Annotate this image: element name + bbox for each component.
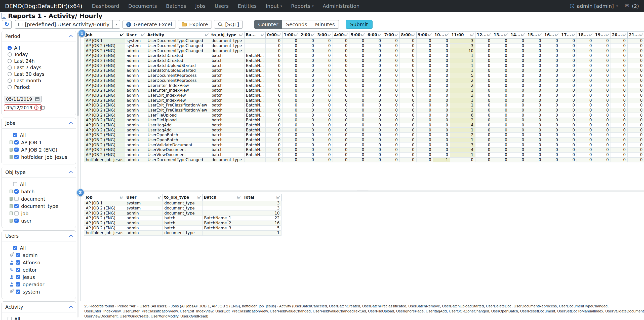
date-from-input[interactable]: 05/11/2019 [4,96,42,102]
checkbox-checked[interactable] [14,155,19,159]
filter-icon[interactable]: ◣ [639,33,643,37]
col-header-user[interactable]: User◣ [125,32,146,39]
checkbox-checked[interactable] [13,246,17,250]
filter-icon[interactable]: ◣ [277,33,281,37]
panel-header-obj-type[interactable]: Obj type [2,167,76,177]
users-all[interactable]: All [2,244,76,252]
submit-button[interactable]: Submit [346,20,373,29]
filter-icon[interactable]: ◣ [538,33,542,37]
report-select-value[interactable]: [predefined]::User Activity/Hourly [15,20,113,29]
obj_type-item-document[interactable]: document [2,195,76,202]
users-item-admin[interactable]: ⚙⚙admin [2,252,76,259]
filter-icon[interactable]: ◣ [445,33,449,37]
radio-unselected[interactable] [8,52,12,57]
col-header-hour-12[interactable]: 12...◣ [475,32,492,39]
col-header-hour-3-00[interactable]: 3:00◣ [316,32,333,39]
mode-seconds[interactable]: Seconds [282,20,311,29]
sidebar-scrollbar-thumb[interactable] [77,33,79,116]
col-header-hour-19[interactable]: 19...◣ [594,32,611,39]
checkbox-checked[interactable] [16,290,20,294]
chevron-up-icon[interactable] [69,171,73,174]
users-item-editor[interactable]: ✎editor [2,266,76,273]
filter-icon[interactable]: ◣ [237,196,241,199]
filter-icon[interactable]: ◣ [428,33,432,37]
filter-icon[interactable]: ◣ [239,33,243,37]
col-header-hour-21[interactable]: 21...◣ [628,32,644,39]
filter-icon[interactable]: ◣ [344,33,348,37]
mail-count[interactable]: (2) [632,3,639,9]
checkbox-checked[interactable] [13,133,17,137]
panel-header-users[interactable]: Users [2,231,76,241]
col-header-hour-10[interactable]: 10...◣ [433,32,450,39]
users-item-operador[interactable]: operador [2,281,76,288]
checkbox-unchecked[interactable] [13,182,17,186]
sort-filter-icon[interactable]: ◣ [120,33,124,37]
col-header-total[interactable]: Total◣ [242,194,281,201]
filter-icon[interactable]: ◣ [606,33,609,37]
filter-icon[interactable]: ◣ [197,196,201,199]
users-item-jesus[interactable]: jesus [2,273,76,281]
filter-icon[interactable]: ◣ [276,196,280,199]
calendar-icon[interactable] [40,106,45,110]
calendar-icon[interactable] [35,97,39,101]
user-menu[interactable]: admin [admin] [577,3,614,9]
nav-item-batches[interactable]: Batches [166,3,186,9]
col-header-hour-15[interactable]: 15...◣ [526,32,543,39]
col-header-hour-17[interactable]: 17...◣ [560,32,577,39]
col-header-hour-8-00[interactable]: 8:00◣ [399,32,416,39]
filter-icon[interactable]: ◣ [361,33,365,37]
col-header-user[interactable]: User◣ [125,194,163,201]
nav-item-administration[interactable]: Administration [323,3,359,9]
activity-all[interactable]: All [2,315,76,320]
obj_type-item-batch[interactable]: batch [2,188,76,195]
mode-counter[interactable]: Counter [254,20,282,29]
col-header-job[interactable]: Job◣ [84,32,125,39]
radio-unselected[interactable] [8,72,12,76]
checkbox-checked[interactable] [14,148,19,152]
filter-icon[interactable]: ◣ [141,33,145,37]
filter-icon[interactable]: ◣ [120,196,124,199]
mail-icon[interactable]: ✉ [625,3,629,9]
col-header-hour-4-00[interactable]: 4:00◣ [333,32,349,39]
filter-icon[interactable]: ◣ [504,33,508,37]
period-option-all[interactable]: All [2,45,76,51]
filter-icon[interactable]: ◣ [572,33,575,37]
generate-excel-button[interactable]: ↓ Generate Excel [123,20,176,29]
col-header-to-obj-type[interactable]: to_obj_type◣ [210,32,245,39]
nav-item-users[interactable]: Users [215,3,229,9]
checkbox-checked[interactable] [14,204,19,208]
sql-button[interactable]: [SQL] [214,20,243,29]
chevron-down-icon[interactable]: ▾ [616,4,618,8]
col-header-hour-20[interactable]: 20...◣ [611,32,627,39]
users-item-alfonso[interactable]: Alfonso [2,259,76,266]
period-option-last-7-days[interactable]: Last 7 days [2,64,76,71]
obj_type-item-user[interactable]: user [2,217,76,224]
grid-splitter[interactable] [81,190,644,192]
panel-header-jobs[interactable]: Jobs [2,118,76,128]
explore-button[interactable]: Explore [178,20,212,29]
jobs-item-ap-job-1[interactable]: AP JOB 1 [2,139,76,146]
checkbox-checked[interactable] [16,260,20,265]
col-header-hour-14[interactable]: 14...◣ [509,32,526,39]
date-to-input[interactable]: 05/12/2019 ! [4,104,42,111]
filter-icon[interactable]: ◣ [328,33,331,37]
col-header-job[interactable]: Job◣ [84,194,125,201]
filter-icon[interactable]: ◣ [205,33,209,37]
col-header-to-obj-type[interactable]: to_obj_type◣ [163,194,203,201]
chevron-up-icon[interactable] [69,306,73,309]
radio-unselected[interactable] [8,85,12,89]
checkbox-checked[interactable] [16,275,20,279]
col-header-hour-11-00[interactable]: 11:00◣ [450,32,475,39]
refresh-button[interactable]: ↻ [2,20,12,29]
col-header-batch[interactable]: Batch◣ [203,194,242,201]
users-item-system[interactable]: ⚙⚙system [2,288,76,295]
nav-item-entities[interactable]: Entities [238,3,257,9]
filter-icon[interactable]: ◣ [311,33,314,37]
period-option-last-24h[interactable]: Last 24h [2,58,76,64]
col-header-activity[interactable]: Activity◣ [146,32,210,39]
col-header-hour-16[interactable]: 16...◣ [543,32,560,39]
col-header-hour-7-00[interactable]: 7:00◣ [383,32,400,39]
nav-item-documents[interactable]: Documents [128,3,157,9]
filter-icon[interactable]: ◣ [487,33,491,37]
checkbox-unchecked[interactable] [8,317,12,320]
